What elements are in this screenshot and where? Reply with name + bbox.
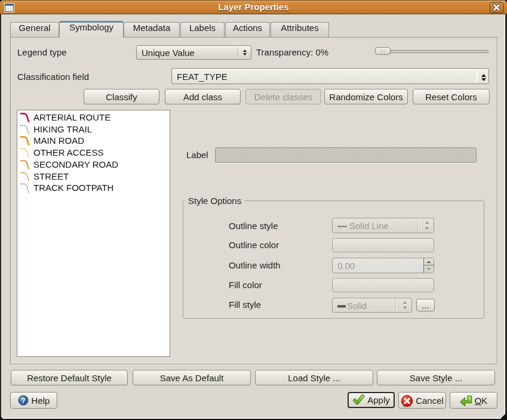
svg-text:?: ? [21, 397, 25, 405]
